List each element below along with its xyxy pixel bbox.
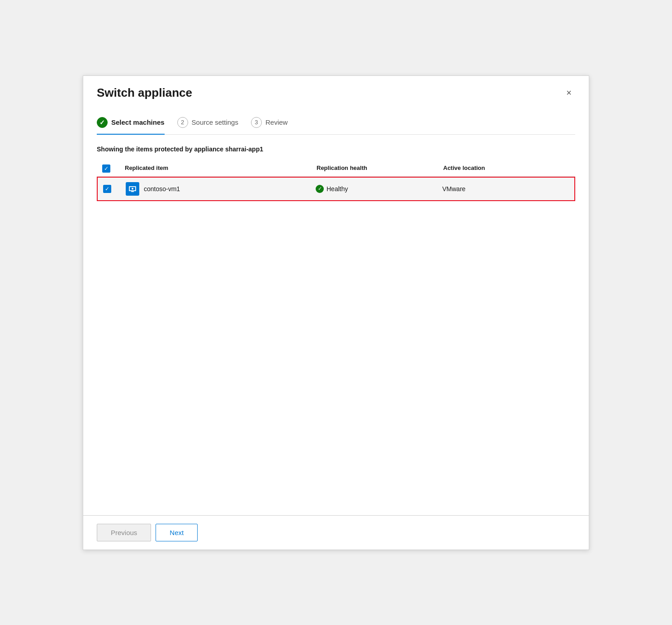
header-checkbox-cell[interactable]: ✓ [102,164,125,173]
next-button[interactable]: Next [156,524,198,541]
dialog-body: ✓ Select machines 2 Source settings 3 Re… [83,108,589,515]
vm-icon [126,182,139,196]
svg-rect-3 [131,191,134,192]
select-all-checkbox[interactable]: ✓ [102,164,110,173]
steps-nav: ✓ Select machines 2 Source settings 3 Re… [97,117,575,135]
col-header-active-location: Active location [443,164,570,173]
vm-cell: contoso-vm1 [126,182,316,196]
step-1-circle: ✓ [97,117,108,128]
col-header-replication-health: Replication health [317,164,443,173]
step-2-label: Source settings [192,118,238,126]
health-cell: ✓ Healthy [316,185,442,193]
dialog-title: Switch appliance [97,86,192,100]
dialog-footer: Previous Next [83,515,589,550]
machines-table: ✓ Replicated item Replication health Act… [97,161,575,201]
dialog-header: Switch appliance × [83,76,589,108]
step-source-settings[interactable]: 2 Source settings [177,117,238,134]
switch-appliance-dialog: Switch appliance × ✓ Select machines 2 S… [83,75,589,550]
row-checkbox-cell[interactable]: ✓ [103,185,126,193]
svg-point-2 [132,188,133,189]
col-header-replicated-item: Replicated item [125,164,317,173]
table-row[interactable]: ✓ contoso-vm1 ✓ Healthy [97,177,575,201]
step-review[interactable]: 3 Review [251,117,288,134]
health-check-icon: ✓ [316,185,324,193]
step-select-machines[interactable]: ✓ Select machines [97,117,165,134]
location-cell: VMware [442,185,569,193]
step-3-circle: 3 [251,117,262,128]
step-3-label: Review [265,118,288,126]
close-button[interactable]: × [563,86,575,99]
row-checkbox[interactable]: ✓ [103,185,111,193]
table-header-row: ✓ Replicated item Replication health Act… [97,161,575,177]
health-status: Healthy [327,185,348,193]
previous-button[interactable]: Previous [97,524,151,541]
step-2-circle: 2 [177,117,188,128]
vm-name: contoso-vm1 [144,185,180,193]
step-1-label: Select machines [111,118,165,126]
table-subtitle: Showing the items protected by appliance… [97,146,575,153]
